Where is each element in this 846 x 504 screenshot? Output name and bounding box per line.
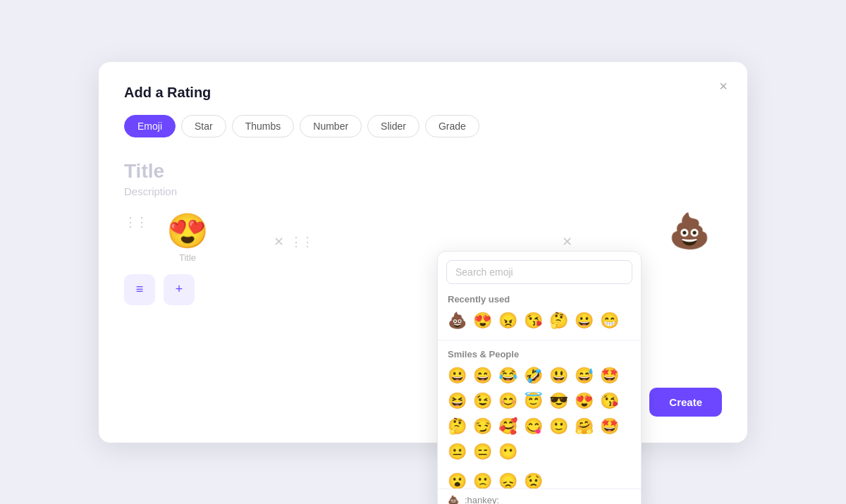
emoji-search-input[interactable] bbox=[446, 260, 632, 284]
drag-handle-1[interactable]: ⋮⋮ bbox=[124, 214, 147, 230]
tab-star[interactable]: Star bbox=[181, 115, 226, 137]
emoji-cell[interactable]: 😆 bbox=[445, 389, 469, 413]
tab-grade[interactable]: Grade bbox=[425, 115, 479, 137]
emoji-cell[interactable]: 😮 bbox=[445, 469, 469, 488]
emoji-cell[interactable]: 😑 bbox=[470, 440, 494, 464]
emoji-cell[interactable]: 🤔 bbox=[546, 309, 570, 333]
create-button[interactable]: Create bbox=[649, 388, 722, 417]
emoji-cell[interactable]: 😄 bbox=[470, 364, 494, 388]
emoji-cell[interactable]: 😶 bbox=[496, 440, 520, 464]
emoji-cell[interactable]: 😍 bbox=[572, 389, 596, 413]
remove-item-1[interactable]: ✕ bbox=[274, 234, 284, 250]
emoji-cell[interactable]: 😏 bbox=[470, 414, 494, 438]
emoji-cell[interactable]: 😉 bbox=[470, 389, 494, 413]
emoji-cell[interactable]: 😅 bbox=[572, 364, 596, 388]
emoji-cell[interactable]: 😀 bbox=[572, 309, 596, 333]
emoji-cell[interactable]: 🤔 bbox=[445, 414, 469, 438]
emoji-cell[interactable]: 🤣 bbox=[521, 364, 545, 388]
emoji-cell[interactable]: 🤗 bbox=[572, 414, 596, 438]
form-title: Title bbox=[124, 160, 722, 183]
emoji-cell[interactable]: 😋 bbox=[521, 414, 545, 438]
picker-scroll-area[interactable]: Recently used 💩😍😠😘🤔😀😁 Smiles & People 😀😄… bbox=[438, 291, 641, 488]
emoji-cell[interactable]: 😊 bbox=[496, 389, 520, 413]
recently-used-grid: 💩😍😠😘🤔😀😁 bbox=[438, 309, 641, 338]
emoji-cell[interactable]: 😞 bbox=[496, 469, 520, 488]
emoji-cell[interactable]: 😇 bbox=[521, 389, 545, 413]
emoji-picker: Recently used 💩😍😠😘🤔😀😁 Smiles & People 😀😄… bbox=[437, 251, 642, 505]
close-button[interactable]: × bbox=[719, 79, 728, 93]
drag-handle-2[interactable]: ⋮⋮ bbox=[290, 234, 312, 250]
emoji-item-1[interactable]: 😍 Title bbox=[166, 214, 209, 263]
emoji-cell[interactable]: 😀 bbox=[445, 364, 469, 388]
picker-footer-text: :hankey: bbox=[465, 495, 499, 505]
emoji-item-2[interactable]: 💩 bbox=[668, 214, 711, 252]
picker-footer: 💩 :hankey: bbox=[438, 488, 641, 505]
emoji-cell[interactable]: 😐 bbox=[445, 440, 469, 464]
emoji-cell[interactable]: 😃 bbox=[546, 364, 570, 388]
tab-emoji[interactable]: Emoji bbox=[124, 115, 176, 137]
emoji-1-label: Title bbox=[179, 252, 196, 263]
emoji-cell[interactable]: 🙂 bbox=[546, 414, 570, 438]
emoji-1[interactable]: 😍 bbox=[166, 214, 209, 248]
form-description: Description bbox=[124, 185, 722, 197]
recently-used-title: Recently used bbox=[438, 291, 641, 309]
add-item-button[interactable]: + bbox=[164, 274, 195, 305]
emoji-cell[interactable]: 🥰 bbox=[496, 414, 520, 438]
plus-icon: + bbox=[176, 282, 183, 297]
emoji-cell[interactable]: 😘 bbox=[521, 309, 545, 333]
list-view-button[interactable]: ≡ bbox=[124, 274, 155, 305]
remove-item-2[interactable]: ✕ bbox=[562, 234, 572, 250]
emoji-cell[interactable]: 😠 bbox=[496, 309, 520, 333]
picker-footer-icon: 💩 bbox=[448, 495, 459, 505]
emoji-cell[interactable]: 😁 bbox=[597, 309, 621, 333]
emoji-cell[interactable]: 🤩 bbox=[597, 364, 621, 388]
tab-thumbs[interactable]: Thumbs bbox=[232, 115, 295, 137]
tab-slider[interactable]: Slider bbox=[367, 115, 419, 137]
tab-bar: Emoji Star Thumbs Number Slider Grade bbox=[124, 115, 722, 137]
emoji-cell[interactable]: 😎 bbox=[546, 389, 570, 413]
modal-title: Add a Rating bbox=[124, 85, 722, 101]
emoji-cell[interactable]: 😟 bbox=[521, 469, 545, 488]
emoji-2[interactable]: 💩 bbox=[668, 214, 711, 248]
emoji-cell[interactable]: 😘 bbox=[597, 389, 621, 413]
smiles-grid: 😀😄😂🤣😃😅🤩😆😉😊😇😎😍😘🤔😏🥰😋🙂🤗🤩😐😑😶 bbox=[438, 364, 641, 469]
emoji-cell[interactable]: 😂 bbox=[496, 364, 520, 388]
smiles-row-partial: 😮 🙁 😞 😟 bbox=[438, 469, 641, 488]
emoji-cell[interactable]: 💩 bbox=[445, 309, 469, 333]
picker-divider bbox=[438, 340, 641, 340]
list-icon: ≡ bbox=[136, 282, 144, 297]
emoji-cell[interactable]: 😍 bbox=[470, 309, 494, 333]
emoji-cell[interactable]: 🙁 bbox=[470, 469, 494, 488]
emoji-cell[interactable]: 🤩 bbox=[597, 414, 621, 438]
add-rating-modal: × Add a Rating Emoji Star Thumbs Number … bbox=[99, 62, 747, 443]
tab-number[interactable]: Number bbox=[300, 115, 362, 137]
smiles-title: Smiles & People bbox=[438, 346, 641, 364]
